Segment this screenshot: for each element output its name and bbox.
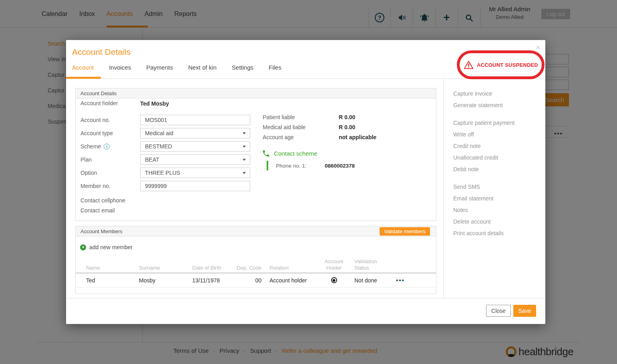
save-button[interactable]: Save xyxy=(513,305,536,317)
action-notes[interactable]: Notes xyxy=(453,204,515,216)
account-actions-panel: Capture invoice Generate statement Captu… xyxy=(453,88,515,239)
validate-members-button[interactable]: Validate members xyxy=(380,227,430,236)
members-section-title: Account Members xyxy=(80,228,123,234)
account-holder-value: Ted Mosby xyxy=(140,100,169,107)
medical-aid-liable-value: R 0.00 xyxy=(339,124,355,130)
active-tab-underline xyxy=(66,77,101,79)
info-icon[interactable]: i xyxy=(104,144,110,150)
contact-scheme-label: Contact scheme xyxy=(274,150,317,157)
member-no-input[interactable] xyxy=(140,181,250,191)
member-validation-status: Not done xyxy=(354,273,388,287)
column-header-name: Name xyxy=(86,258,134,273)
contact-scheme-link[interactable]: Contact scheme xyxy=(262,149,317,158)
tab-invoices[interactable]: Invoices xyxy=(109,64,131,71)
medical-aid-liable-label: Medical aid liable xyxy=(263,124,305,130)
member-account-holder-cell xyxy=(319,273,349,287)
table-row-divider xyxy=(76,287,436,288)
patient-liable-label: Patient liable xyxy=(263,114,295,120)
member-relation: Account holder xyxy=(269,273,316,287)
tab-account[interactable]: Account xyxy=(72,64,94,71)
member-row-menu-cell: ••• xyxy=(396,273,412,287)
account-suspended-badge: ACCOUNT SUSPENDED xyxy=(457,50,545,79)
add-member-plus-icon: + xyxy=(80,244,86,250)
account-holder-label: Account holder xyxy=(80,100,118,106)
account-age-label: Account age xyxy=(263,134,294,140)
column-header-surname: Surname xyxy=(139,258,187,273)
account-members-section: Account Members Validate members + add n… xyxy=(75,226,436,294)
member-dob: 13/11/1978 xyxy=(192,273,234,287)
contact-email-label: Contact email xyxy=(80,207,115,214)
action-capture-patient-payment[interactable]: Capture patient payment xyxy=(453,117,515,129)
account-no-label: Account no. xyxy=(80,117,110,123)
member-no-label: Member no. xyxy=(80,183,111,189)
action-send-sms[interactable]: Send SMS xyxy=(453,181,515,193)
account-type-select[interactable]: Medical aid xyxy=(140,128,250,138)
account-details-modal: × Account Details Account Invoices Payme… xyxy=(66,40,545,324)
warning-icon xyxy=(463,60,474,70)
modal-tabs: Account Invoices Payments Next of kin Se… xyxy=(72,64,281,71)
action-print-account-details[interactable]: Print account details xyxy=(453,228,515,239)
action-delete-account[interactable]: Delete account xyxy=(453,216,515,228)
phone-icon xyxy=(262,149,270,158)
option-label: Option xyxy=(80,170,97,176)
member-name: Ted xyxy=(86,273,134,287)
account-holder-radio[interactable] xyxy=(331,277,337,283)
actions-panel-divider xyxy=(443,79,444,298)
add-member-label: add new member xyxy=(89,244,133,250)
account-type-label: Account type xyxy=(80,130,113,136)
scheme-label-text: Scheme xyxy=(80,143,101,150)
modal-footer-divider xyxy=(66,298,545,298)
row-menu-icon[interactable]: ••• xyxy=(396,277,405,284)
action-credit-note[interactable]: Credit note xyxy=(453,140,515,152)
section-header: Account Details xyxy=(76,88,436,98)
column-header-validation-status: Validation Status xyxy=(354,258,388,273)
tab-next-of-kin[interactable]: Next of kin xyxy=(188,64,217,71)
account-age-value: not applicable xyxy=(339,134,376,140)
option-select[interactable]: THREE PLUS xyxy=(140,168,250,178)
account-details-section: Account Details Account holder Ted Mosby… xyxy=(75,88,436,221)
column-header-dob: Date of Birth xyxy=(192,258,234,273)
phone-value: 0860002378 xyxy=(325,163,355,169)
action-debit-note[interactable]: Debit note xyxy=(453,164,515,175)
member-surname: Mosby xyxy=(139,273,187,287)
action-generate-statement[interactable]: Generate statement xyxy=(453,100,515,111)
scheme-label: Scheme i xyxy=(80,143,110,150)
patient-liable-value: R 0.00 xyxy=(339,114,355,120)
member-dep-code: 00 xyxy=(234,273,261,287)
account-no-input[interactable] xyxy=(140,115,250,125)
modal-title: Account Details xyxy=(72,47,131,57)
action-capture-invoice[interactable]: Capture invoice xyxy=(453,88,515,100)
scheme-select[interactable]: BESTMED xyxy=(140,141,250,152)
phone-accent-bar xyxy=(267,161,268,170)
app-screen: Calendar Inbox Accounts Admin Reports ? xyxy=(0,0,617,364)
tab-files[interactable]: Files xyxy=(269,64,281,71)
column-header-dep-code: Dep. Code xyxy=(234,258,261,273)
plan-select[interactable]: BEAT xyxy=(140,154,250,165)
tab-payments[interactable]: Payments xyxy=(146,64,173,71)
column-header-account-holder: Account Holder xyxy=(319,258,349,273)
plan-label: Plan xyxy=(80,156,92,163)
section-header: Account Members Validate members xyxy=(76,226,436,236)
add-new-member-button[interactable]: + add new member xyxy=(80,244,133,250)
suspended-label: ACCOUNT SUSPENDED xyxy=(477,62,538,68)
close-icon[interactable]: × xyxy=(536,43,540,52)
phone-label: Phone no. 1: xyxy=(276,163,307,169)
action-unallocated-credit[interactable]: Unallocated credit xyxy=(453,152,515,164)
close-button[interactable]: Close xyxy=(486,305,511,317)
column-header-relation: Relation xyxy=(269,258,316,273)
tab-settings[interactable]: Settings xyxy=(232,64,253,71)
action-email-statement[interactable]: Email statement xyxy=(453,193,515,204)
contact-cellphone-label: Contact cellphone xyxy=(80,197,125,204)
action-write-off[interactable]: Write off xyxy=(453,129,515,140)
